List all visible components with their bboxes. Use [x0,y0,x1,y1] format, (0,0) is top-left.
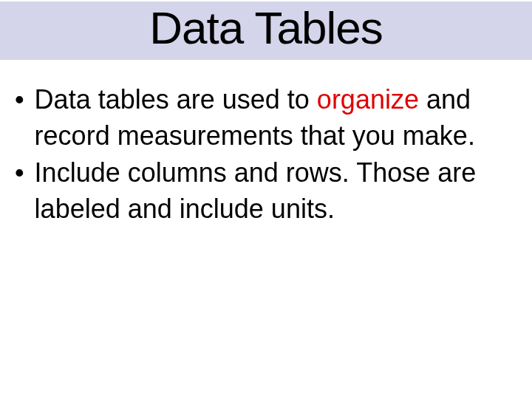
list-item: • Data tables are used to organize and r… [15,82,517,154]
bullet-dot: • [15,82,24,118]
text-pre: Include columns and rows. Those are labe… [35,157,477,224]
bullet-dot: • [15,155,24,191]
slide-title: Data Tables [0,1,532,54]
highlight-word: organize [317,84,419,115]
bullet-text-1: Data tables are used to organize and rec… [35,82,517,154]
title-bar: Data Tables [0,1,532,60]
slide-content: • Data tables are used to organize and r… [0,60,532,227]
text-pre: Data tables are used to [35,84,317,115]
bullet-text-2: Include columns and rows. Those are labe… [35,155,517,227]
list-item: • Include columns and rows. Those are la… [15,155,517,227]
